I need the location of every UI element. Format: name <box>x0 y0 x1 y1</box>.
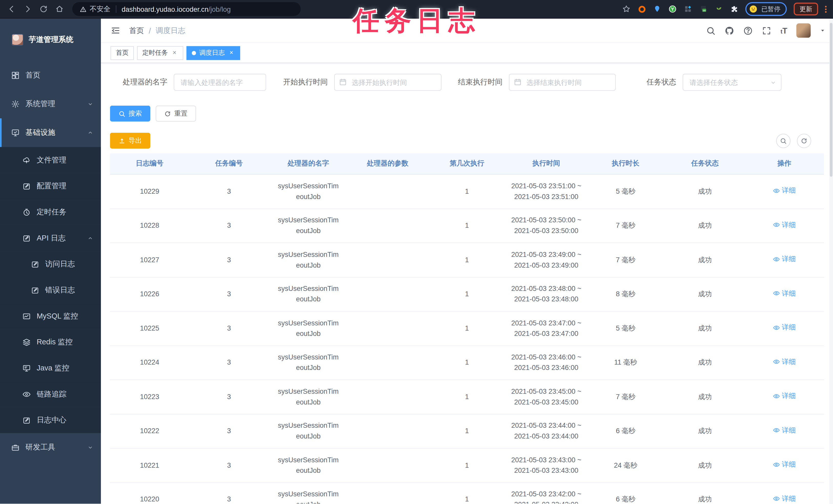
table-cell: 1 <box>427 460 507 471</box>
fullscreen-icon[interactable] <box>762 26 771 35</box>
address-bar[interactable]: 不安全 dashboard.yudao.iocoder.cn /job/log <box>72 2 301 16</box>
emoji-face-icon <box>748 4 758 14</box>
detail-link[interactable]: 详细 <box>773 494 795 504</box>
table-row: 102253sysUserSessionTimeoutJob12021-05-0… <box>110 311 824 346</box>
puzzle-icon[interactable] <box>730 5 738 13</box>
table-cell: sysUserSessionTimeoutJob <box>269 215 348 236</box>
timer-icon <box>22 208 31 216</box>
search-button[interactable]: 搜索 <box>110 106 150 122</box>
filter-input-2[interactable] <box>509 74 616 91</box>
update-button[interactable]: 更新 <box>793 3 818 15</box>
sidebar-item[interactable]: 链路追踪 <box>0 381 101 407</box>
reset-button[interactable]: 重置 <box>156 106 196 122</box>
tab-item[interactable]: 定时任务× <box>137 46 183 59</box>
green-y-icon[interactable] <box>668 5 677 13</box>
sidebar-item[interactable]: 定时任务 <box>0 199 101 225</box>
table-cell: 3 <box>189 494 269 504</box>
detail-link[interactable]: 详细 <box>773 254 795 264</box>
calendar-icon <box>514 78 522 86</box>
sidebar-menu: 首页系统管理基础设施文件管理配置管理定时任务API 日志访问日志错误日志MySQ… <box>0 61 101 462</box>
detail-link[interactable]: 详细 <box>773 459 795 470</box>
detail-link[interactable]: 详细 <box>773 322 795 333</box>
forward-icon[interactable] <box>23 5 32 13</box>
refresh-button[interactable] <box>797 133 811 148</box>
sidebar-item[interactable]: 配置管理 <box>0 173 101 199</box>
column-header: 处理器的名字 <box>269 158 348 169</box>
close-tab-icon[interactable]: × <box>228 49 235 56</box>
table-cell: 3 <box>189 255 269 265</box>
on-badge-icon[interactable]: on <box>699 5 708 13</box>
page-content: 处理器的名字开始执行时间结束执行时间任务状态 搜索 重置 导出 日志编号任务编号… <box>101 63 833 504</box>
back-icon[interactable] <box>7 5 16 13</box>
orange-ring-icon[interactable] <box>638 5 646 13</box>
table-cell: 成功 <box>665 392 745 402</box>
github-icon[interactable] <box>725 26 734 35</box>
table-cell: 1 <box>427 289 507 300</box>
font-size-icon[interactable]: tT <box>781 26 787 35</box>
home-icon[interactable] <box>55 5 64 13</box>
sidebar-item[interactable]: MySQL 监控 <box>0 303 101 329</box>
table-cell: 成功 <box>665 289 745 300</box>
filter-form: 处理器的名字开始执行时间结束执行时间任务状态 <box>110 74 824 91</box>
url-path: /job/log <box>209 5 231 13</box>
toggle-search-button[interactable] <box>776 133 790 148</box>
breadcrumb: 首页 / 调度日志 <box>129 26 185 35</box>
table-cell: 2021-05-03 23:44:00 ~2021-05-03 23:44:00 <box>506 420 586 442</box>
sidebar-item[interactable]: Redis 监控 <box>0 329 101 355</box>
sidebar-item[interactable]: 基础设施 <box>0 119 101 147</box>
sidebar-item[interactable]: 系统管理 <box>0 90 101 119</box>
blue-pin-icon[interactable] <box>653 5 662 13</box>
sidebar-item[interactable]: 首页 <box>0 61 101 90</box>
detail-link[interactable]: 详细 <box>773 185 795 196</box>
reload-icon[interactable] <box>40 5 48 13</box>
table-cell: 2021-05-03 23:50:00 ~2021-05-03 23:50:00 <box>506 215 586 236</box>
tab-item[interactable]: 首页 <box>111 46 134 59</box>
table-cell: 6 毫秒 <box>586 426 665 436</box>
warning-icon <box>80 6 87 12</box>
search-icon[interactable] <box>706 26 715 35</box>
briefcase-icon <box>11 443 20 452</box>
export-button[interactable]: 导出 <box>110 133 150 149</box>
app-logo[interactable]: 芋道管理系统 <box>0 19 101 61</box>
collapse-sidebar-icon[interactable] <box>111 26 121 35</box>
bookmark-star-icon[interactable] <box>622 5 630 13</box>
detail-link[interactable]: 详细 <box>773 220 795 230</box>
table-cell: 3 <box>189 323 269 334</box>
cloudup-icon <box>22 156 31 164</box>
table-cell-actions: 详细 <box>745 254 824 266</box>
eye-icon <box>22 390 31 398</box>
sidebar-item[interactable]: 文件管理 <box>0 147 101 173</box>
sidebar-item[interactable]: Java 监控 <box>0 355 101 381</box>
sprout-icon[interactable] <box>714 5 723 13</box>
active-dot-icon <box>192 51 196 55</box>
filter-input-3[interactable] <box>683 74 782 91</box>
sidebar-item[interactable]: API 日志 <box>0 225 101 251</box>
sidebar-item[interactable]: 日志中心 <box>0 407 101 433</box>
menu-dots-icon[interactable] <box>825 6 827 12</box>
help-icon[interactable] <box>743 26 753 35</box>
table-cell: 5 毫秒 <box>586 186 665 197</box>
detail-link[interactable]: 详细 <box>773 425 795 436</box>
breadcrumb-home[interactable]: 首页 <box>129 26 144 35</box>
filter-input-0[interactable] <box>174 74 266 91</box>
monitor-icon <box>11 128 20 137</box>
detail-link[interactable]: 详细 <box>773 357 795 368</box>
sidebar-item[interactable]: 研发工具 <box>0 433 101 462</box>
caret-down-icon[interactable] <box>820 28 826 33</box>
filter-input-1[interactable] <box>334 74 442 91</box>
table-cell: 2021-05-03 23:43:00 ~2021-05-03 23:43:00 <box>506 455 586 476</box>
table-cell: 3 <box>189 289 269 300</box>
sidebar-item[interactable]: 访问日志 <box>0 251 101 277</box>
table-cell-actions: 详细 <box>745 391 824 403</box>
sidebar-item[interactable]: 错误日志 <box>0 277 101 303</box>
table-cell: 10228 <box>110 220 189 231</box>
detail-link[interactable]: 详细 <box>773 391 795 402</box>
close-tab-icon[interactable]: × <box>171 49 178 56</box>
profile-paused-chip[interactable]: 已暂停 <box>745 2 787 16</box>
user-avatar[interactable] <box>796 23 811 37</box>
tab-active[interactable]: 调度日志× <box>186 46 240 59</box>
grid-diamond-icon[interactable] <box>684 5 692 13</box>
page-scrollbar[interactable] <box>829 19 833 504</box>
table-cell: 10222 <box>110 426 189 436</box>
detail-link[interactable]: 详细 <box>773 288 795 299</box>
